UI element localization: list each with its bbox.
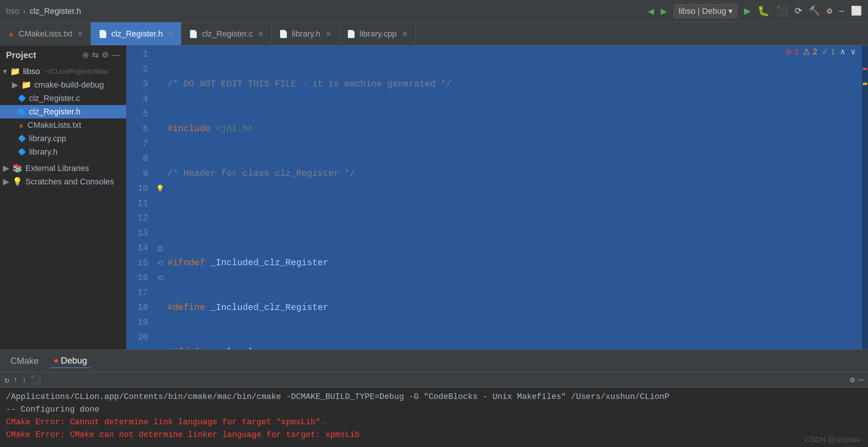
gutter-fold-14[interactable]: ◻ [153, 241, 167, 256]
cmake-tab-icon: ▲ [7, 29, 15, 38]
console: ↻ ↑ ↓ ⬛ ⚙ — /Applications/CLion.app/Cont… [0, 372, 868, 447]
ext-lib-expand-icon: ▶ [3, 164, 9, 173]
debug-button[interactable]: 🐛 [757, 5, 769, 17]
nav-up-icon[interactable]: ∧ [840, 47, 846, 57]
tab-cmake[interactable]: CMake [7, 354, 42, 368]
sidebar-settings-icon[interactable]: ⚙ [102, 50, 109, 60]
fullscreen-icon[interactable]: ⬜ [851, 6, 862, 16]
debug-error-icon: ● [54, 356, 58, 365]
tree-library-h[interactable]: 🔷 library.h [0, 145, 126, 159]
console-settings-icon[interactable]: ⚙ [850, 375, 855, 385]
cmake-build-folder-icon: 📁 [21, 80, 31, 90]
collapse-icon[interactable]: ⇆ [92, 50, 99, 60]
settings-icon[interactable]: ⚙ [827, 6, 832, 16]
breadcrumb-sep: › [23, 6, 26, 16]
cmake-build-label: cmake-build-debug [34, 80, 104, 90]
nav-down-icon[interactable]: ∨ [850, 47, 856, 57]
run-coverage-icon[interactable]: ⟳ [795, 6, 802, 16]
build-icon[interactable]: 🔨 [809, 6, 820, 16]
bottom-tool-bar: CMake ● Debug [0, 349, 868, 372]
line-6: #define _Included_clz_Register [167, 300, 868, 315]
nav-back-icon[interactable]: ◀ [648, 5, 654, 18]
project-file-title: clz_Register.h [29, 6, 81, 16]
gutter-arrow-15: ⟲ [153, 256, 167, 270]
console-line-1: /Applications/CLion.app/Contents/bin/cma… [6, 391, 862, 403]
tree-clz-register-c[interactable]: 🔷 clz_Register.c [0, 92, 126, 105]
line-5: #ifndef _Included_clz_Register [167, 256, 868, 270]
tree-cmake-build-debug[interactable]: ▶ 📁 cmake-build-debug [0, 78, 126, 92]
console-down-icon[interactable]: ↓ [22, 375, 26, 385]
sidebar-actions: ⊕ ⇆ ⚙ — [82, 50, 120, 60]
error-count-badge: ⊘ 3 [785, 47, 798, 57]
clz-h-tab-close[interactable]: ✕ [168, 30, 173, 38]
tree-cmakelists[interactable]: ▲ CMakeLists.txt [0, 118, 126, 132]
tree-scratches[interactable]: ▶ 💡 Scratches and Consoles [0, 175, 126, 188]
console-content: /Applications/CLion.app/Contents/bin/cma… [0, 388, 868, 447]
code-area: 12345 678910 1112131415 1617181920 💡 [127, 45, 868, 349]
tab-debug[interactable]: ● Debug [51, 354, 90, 368]
console-line-4: CMake Error: CMake can not determine lin… [6, 429, 862, 441]
play-button[interactable]: ▶ [744, 4, 751, 18]
console-minimize-icon[interactable]: — [859, 375, 864, 385]
sidebar-hide-icon[interactable]: — [112, 50, 120, 60]
tree-root[interactable]: ▾ 📁 libso ~/CLionProjects/libso [0, 65, 126, 78]
tree-external-libraries[interactable]: ▶ 📚 External Libraries [0, 162, 126, 175]
tree-library-cpp[interactable]: 🔷 library.cpp [0, 132, 126, 145]
tree-clz-register-h[interactable]: 🔷 clz_Register.h [0, 105, 126, 118]
sidebar: Project ⊕ ⇆ ⚙ — ▾ 📁 libso ~/CLionProject… [0, 45, 127, 349]
code-content[interactable]: /* DO NOT EDIT THIS FILE - it is machine… [167, 45, 868, 349]
scratches-expand-icon: ▶ [3, 177, 9, 187]
console-up-icon[interactable]: ↑ [13, 375, 18, 385]
cmakelists-label: CMakeLists.txt [28, 120, 81, 130]
ok-count-badge: ✓ 1 [822, 47, 835, 57]
tab-cmakelists[interactable]: ▲ CMakeLists.txt ✕ [0, 22, 91, 45]
tab-library-cpp[interactable]: 📄 library.cpp ✕ [339, 22, 415, 45]
lib-h-tab-icon: 📄 [279, 29, 288, 38]
library-cpp-label: library.cpp [29, 134, 66, 143]
clz-h-label: clz_Register.h [29, 107, 80, 117]
lib-h-tab-label: library.h [292, 29, 320, 39]
main-area: Project ⊕ ⇆ ⚙ — ▾ 📁 libso ~/CLionProject… [0, 45, 868, 349]
lib-h-tab-close[interactable]: ✕ [326, 30, 331, 38]
console-toolbar: ↻ ↑ ↓ ⬛ ⚙ — [0, 373, 868, 388]
warning-scroll-marker [863, 83, 867, 85]
tab-library-h[interactable]: 📄 library.h ✕ [271, 22, 339, 45]
watermark: CSDN @shunsix [805, 435, 861, 444]
minimize-icon[interactable]: — [839, 6, 844, 16]
sidebar-header: Project ⊕ ⇆ ⚙ — [0, 45, 126, 65]
scratches-icon: 💡 [12, 177, 22, 187]
top-bar-left: bso › clz_Register.h [6, 6, 81, 16]
tab-clz-register-h[interactable]: 📄 clz_Register.h ✕ [91, 22, 181, 45]
clz-c-file-icon: 🔷 [18, 94, 26, 102]
run-config-selector[interactable]: libso | Debug ▾ [674, 4, 737, 18]
console-refresh-icon[interactable]: ↻ [4, 375, 9, 385]
ext-lib-icon: 📚 [12, 164, 22, 173]
root-expand-icon: ▾ [3, 67, 7, 76]
console-stop-icon[interactable]: ⬛ [31, 375, 41, 385]
console-line-3: CMake Error: Cannot determine link langu… [6, 416, 862, 429]
root-folder-icon: 📁 [10, 67, 20, 76]
clz-h-tab-label: clz_Register.h [111, 29, 163, 39]
cmake-tab-close[interactable]: ✕ [77, 30, 83, 38]
cmakelists-file-icon: ▲ [18, 121, 25, 129]
tab-clz-register-c[interactable]: 📄 clz_Register.c ✕ [181, 22, 271, 45]
line-2: #include <jni.h> [167, 121, 868, 136]
editor[interactable]: ⊘ 3 ⚠ 2 ✓ 1 ∧ ∨ 12345 678910 1112131415 … [127, 45, 868, 349]
lib-cpp-tab-close[interactable]: ✕ [402, 30, 408, 38]
top-bar: bso › clz_Register.h ◀ ▶ libso | Debug ▾… [0, 0, 868, 22]
scroll-indicator[interactable] [862, 45, 868, 349]
warning-count-badge: ⚠ 2 [803, 47, 817, 57]
ext-lib-label: External Libraries [25, 164, 89, 173]
tab-bar: ▲ CMakeLists.txt ✕ 📄 clz_Register.h ✕ 📄 … [0, 22, 868, 45]
clz-h-file-icon: 🔷 [18, 108, 26, 116]
nav-fwd-icon[interactable]: ▶ [661, 5, 667, 18]
sync-icon[interactable]: ⊕ [82, 50, 89, 60]
lib-cpp-tab-label: library.cpp [360, 29, 397, 39]
cmake-tab-label: CMakeLists.txt [19, 29, 72, 39]
top-bar-right: ◀ ▶ libso | Debug ▾ ▶ 🐛 ⬛ ⟳ 🔨 ⚙ — ⬜ [648, 4, 862, 18]
clz-h-tab-icon: 📄 [98, 29, 108, 38]
sidebar-title: Project [6, 50, 36, 60]
gutter-lightbulb-10[interactable]: 💡 [153, 181, 167, 196]
clz-c-tab-close[interactable]: ✕ [258, 30, 264, 38]
stop-button[interactable]: ⬛ [776, 5, 788, 17]
